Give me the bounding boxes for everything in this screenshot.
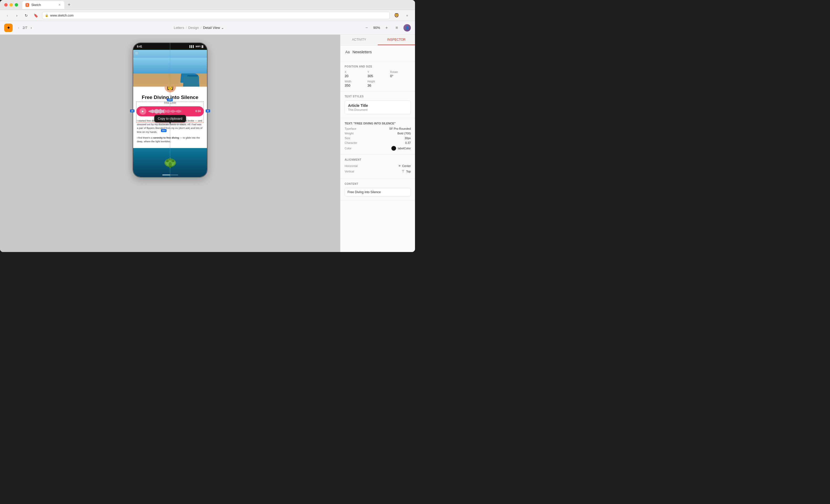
weight-label: Weight bbox=[345, 132, 354, 135]
style-section: Aa Newsletters bbox=[341, 45, 415, 61]
nav-arrows: ‹ 2/7 › bbox=[16, 25, 34, 31]
spacing-badge-right: 20 bbox=[206, 109, 210, 112]
y-label: Y bbox=[368, 71, 388, 73]
text-styles-section: TEXT STYLES Article Title This Document bbox=[341, 91, 415, 118]
size-label: Size bbox=[345, 136, 350, 140]
vertical-align-value[interactable]: ⊤ Top bbox=[402, 169, 411, 173]
minimize-button[interactable] bbox=[9, 3, 13, 6]
status-icons: ▌▌▌ WiFi ▓ bbox=[189, 45, 203, 48]
activity-tab[interactable]: ACTIVITY bbox=[341, 35, 378, 45]
prev-page-button[interactable]: ‹ bbox=[16, 25, 22, 31]
color-swatch-wrapper[interactable]: labelColor bbox=[391, 146, 411, 151]
browser-window: S Sketch ✕ + ‹ › ↻ 🔖 🔒 www.sketch.com 🦁 … bbox=[0, 0, 415, 252]
content-section: CONTENT Free Diving into Silence bbox=[341, 179, 415, 200]
breadcrumb-part2[interactable]: Design bbox=[188, 26, 199, 30]
audio-time: 0:34 bbox=[195, 110, 201, 112]
author-name: Rita Leite bbox=[133, 101, 207, 104]
audio-player[interactable]: ▶ 0:34 bbox=[136, 106, 204, 116]
rotate-field: Rotate 0° bbox=[390, 71, 411, 78]
rotate-value[interactable]: 0° bbox=[390, 74, 411, 78]
close-button[interactable] bbox=[4, 3, 8, 6]
new-tab-button[interactable]: + bbox=[65, 1, 73, 9]
address-bar[interactable]: 🔒 www.sketch.com bbox=[42, 12, 390, 19]
text-section-title: TEXT: "FREE DIVING INTO SILENCE" bbox=[345, 122, 411, 125]
content-title: CONTENT bbox=[345, 182, 411, 185]
menu-icon[interactable]: ≡ bbox=[404, 12, 411, 19]
article-text: I started free diving a year ago because… bbox=[133, 119, 207, 148]
svg-point-9 bbox=[169, 159, 170, 159]
text-style-preview[interactable]: Article Title This Document bbox=[345, 101, 411, 114]
spacing-badge-left: 20 bbox=[130, 109, 134, 112]
url-text: www.sketch.com bbox=[50, 14, 73, 17]
inspector-tab[interactable]: INSPECTOR bbox=[378, 35, 415, 45]
waveform bbox=[149, 109, 193, 114]
svg-point-8 bbox=[168, 158, 172, 161]
back-button[interactable]: ‹ bbox=[4, 12, 10, 19]
svg-point-10 bbox=[170, 159, 171, 159]
text-styles-title: TEXT STYLES bbox=[345, 95, 411, 98]
article-paragraph-2: I find there's a serenity to free diving… bbox=[137, 136, 203, 143]
weight-row: Weight Bold (700) bbox=[345, 132, 411, 135]
size-row: Size 30px bbox=[345, 136, 411, 140]
horizontal-label: Horizontal bbox=[345, 164, 358, 167]
svg-point-5 bbox=[166, 160, 168, 162]
horizontal-align-icon: ≡ bbox=[398, 164, 401, 168]
horizontal-align-value[interactable]: ≡ Center bbox=[398, 164, 411, 168]
svg-point-7 bbox=[169, 166, 171, 168]
typeface-label: Typeface bbox=[345, 127, 356, 130]
canvas-area[interactable]: 9:41 ▌▌▌ WiFi ▓ bbox=[0, 35, 340, 252]
width-field: Width 350 bbox=[345, 80, 365, 88]
panel-toggle-icon[interactable]: ⊞ bbox=[393, 24, 400, 32]
svg-point-6 bbox=[172, 160, 174, 162]
weight-value: Bold (700) bbox=[397, 132, 411, 135]
scroll-progress bbox=[162, 174, 170, 175]
tab-close-button[interactable]: ✕ bbox=[58, 3, 61, 7]
bold-phrase: serenity to free diving bbox=[153, 136, 179, 139]
bookmark-button[interactable]: 🔖 bbox=[33, 12, 39, 19]
height-value[interactable]: 36 bbox=[368, 83, 388, 88]
sketch-toolbar: ✦ ‹ 2/7 › Letters / Design / Detail View… bbox=[0, 21, 415, 35]
x-label: X bbox=[345, 71, 365, 73]
wifi-icon: WiFi bbox=[196, 45, 201, 48]
play-button[interactable]: ▶ bbox=[139, 108, 146, 115]
color-swatch[interactable] bbox=[391, 146, 396, 151]
zoom-in-button[interactable]: + bbox=[383, 25, 390, 31]
height-label: Height bbox=[368, 80, 388, 83]
forward-button[interactable]: › bbox=[14, 12, 20, 19]
character-row: Character 0.37 bbox=[345, 141, 411, 144]
breadcrumb-current[interactable]: Detail View ⌄ bbox=[203, 26, 224, 30]
width-value[interactable]: 350 bbox=[345, 83, 365, 88]
sketch-favicon: S bbox=[26, 3, 29, 7]
typeface-row: Typeface SF Pro Rounded bbox=[345, 127, 411, 130]
alignment-title: Alignment bbox=[345, 158, 411, 161]
character-value: 0.37 bbox=[405, 141, 411, 144]
vertical-align-icon: ⊤ bbox=[402, 169, 405, 173]
refresh-button[interactable]: ↻ bbox=[23, 12, 29, 19]
width-label: Width bbox=[345, 80, 365, 83]
next-page-button[interactable]: › bbox=[28, 25, 34, 31]
article-paragraph-1: I started free diving a year ago because… bbox=[137, 119, 203, 134]
y-value[interactable]: 305 bbox=[368, 74, 388, 78]
underwater-image bbox=[133, 148, 207, 177]
size-value: 30px bbox=[405, 136, 411, 140]
vertical-label: Vertical bbox=[345, 170, 354, 173]
color-name: labelColor bbox=[398, 147, 411, 150]
breadcrumb-part1[interactable]: Letters bbox=[173, 26, 184, 30]
spacing-badge-middle: 503 bbox=[161, 129, 166, 132]
turtle-svg bbox=[160, 156, 181, 170]
vertical-alignment-row: Vertical ⊤ Top bbox=[345, 169, 411, 173]
brave-icon[interactable]: 🦁 bbox=[393, 12, 400, 19]
signal-icon: ▌▌▌ bbox=[189, 45, 194, 48]
scroll-indicator bbox=[162, 174, 178, 175]
zoom-value: 90% bbox=[372, 26, 381, 30]
position-section: POSITION AND SIZE X 20 Y 305 Rotate 0° bbox=[341, 61, 415, 91]
content-field[interactable]: Free Diving into Silence bbox=[345, 188, 411, 196]
status-bar: 9:41 ▌▌▌ WiFi ▓ bbox=[133, 43, 207, 50]
x-value[interactable]: 20 bbox=[345, 74, 365, 78]
nav-bar: ‹ › ↻ 🔖 🔒 www.sketch.com 🦁 ≡ bbox=[0, 10, 415, 21]
user-avatar[interactable]: 👤 bbox=[404, 24, 411, 32]
style-header: Aa Newsletters bbox=[345, 49, 411, 55]
zoom-out-button[interactable]: − bbox=[363, 25, 370, 31]
browser-tab[interactable]: S Sketch ✕ bbox=[22, 1, 64, 9]
fullscreen-button[interactable] bbox=[15, 3, 18, 6]
